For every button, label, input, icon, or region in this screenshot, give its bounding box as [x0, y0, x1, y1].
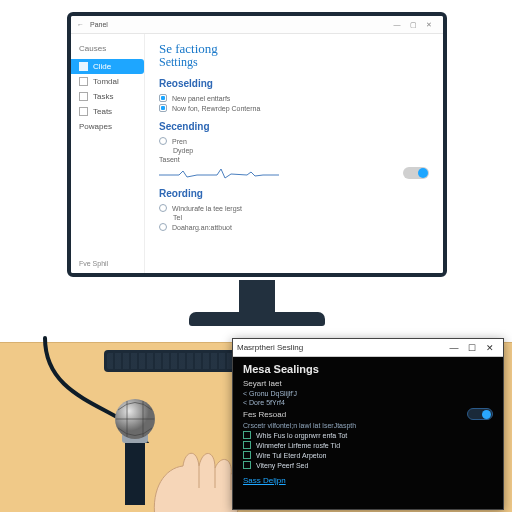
- sidebar: Causes Clide Tomdal Tasks Teats Powapes: [71, 34, 145, 273]
- dialog-maximize-button[interactable]: ☐: [463, 343, 481, 353]
- monitor: ← Panel — ▢ ✕ Causes Clide Tomdal Tasks …: [67, 12, 447, 312]
- page-title-a: Se factiong: [159, 42, 429, 55]
- checkbox-icon[interactable]: [243, 461, 251, 469]
- level-wave: [159, 166, 279, 180]
- sidebar-item-1[interactable]: Tomdal: [71, 74, 144, 89]
- dialog-title: Masrptheri Sesling: [237, 343, 303, 352]
- section-3-heading: Reording: [159, 188, 429, 199]
- section1-opt1[interactable]: New panel enttarfs: [159, 93, 429, 103]
- section3-opt2[interactable]: Doaharg.an:attbuot: [159, 222, 429, 232]
- maximize-button[interactable]: ▢: [405, 21, 421, 29]
- dialog-check-4[interactable]: Viteny Peerf Sed: [243, 460, 493, 470]
- sidebar-item-4[interactable]: Powapes: [71, 119, 144, 134]
- dialog-check-1[interactable]: Whis Fus lo orgprwrr enfa Tot: [243, 430, 493, 440]
- dialog-group2-header: Fes Resoad: [243, 407, 493, 421]
- square-icon: [79, 62, 88, 71]
- section-1-heading: Reoselding: [159, 78, 429, 89]
- checkbox-icon[interactable]: [243, 441, 251, 449]
- sidebar-item-0[interactable]: Clide: [71, 59, 144, 74]
- svg-rect-0: [125, 435, 145, 505]
- content-footer: Fve Sphil: [79, 260, 108, 267]
- radio-icon[interactable]: [159, 137, 167, 145]
- page-title-b: Settings: [159, 55, 429, 70]
- section-2-heading: Secending: [159, 121, 429, 132]
- grid-icon: [79, 92, 88, 101]
- monitor-stand-neck: [239, 280, 275, 316]
- checkbox-icon[interactable]: [243, 451, 251, 459]
- dialog-window: Masrptheri Sesling — ☐ ✕ Mesa Sealings S…: [232, 338, 504, 510]
- close-button[interactable]: ✕: [421, 21, 437, 29]
- sidebar-item-2[interactable]: Tasks: [71, 89, 144, 104]
- section1-opt2[interactable]: Now fon, Rewrdep Conterna: [159, 103, 429, 113]
- dialog-toggle[interactable]: [467, 408, 493, 420]
- dialog-heading: Mesa Sealings: [243, 363, 493, 375]
- screen: ← Panel — ▢ ✕ Causes Clide Tomdal Tasks …: [67, 12, 447, 277]
- monitor-stand-base: [189, 312, 325, 326]
- content-pane: Se factiong Settings Reoselding New pane…: [145, 34, 443, 273]
- level-toggle[interactable]: [403, 167, 429, 179]
- dialog-check-3[interactable]: Wire Tul Eterd Arpeton: [243, 450, 493, 460]
- window-titlebar: ← Panel — ▢ ✕: [71, 16, 443, 34]
- window-title: Panel: [90, 21, 108, 28]
- minimize-button[interactable]: —: [389, 21, 405, 28]
- dialog-group1-line1[interactable]: < Gronu DqSlijlf'J: [243, 389, 493, 398]
- radio-icon[interactable]: [159, 223, 167, 231]
- level-label: Tasent: [159, 155, 429, 164]
- section3-opt1b: Tel: [159, 213, 429, 222]
- dialog-link[interactable]: Sass Deljpn: [243, 476, 493, 485]
- checkbox-icon[interactable]: [243, 431, 251, 439]
- square-icon: [79, 77, 88, 86]
- dialog-check-2[interactable]: Winmefer Lirfeme rosfe Tid: [243, 440, 493, 450]
- dialog-toggle-desc: Crscetr vilfontel;n lawl lat lserJtaspth: [243, 421, 493, 430]
- sidebar-item-3[interactable]: Teats: [71, 104, 144, 119]
- radio-icon[interactable]: [159, 204, 167, 212]
- dialog-group1-label: Seyart Iaet: [243, 379, 493, 388]
- dialog-minimize-button[interactable]: —: [445, 343, 463, 353]
- dialog-titlebar: Masrptheri Sesling — ☐ ✕: [233, 339, 503, 357]
- sidebar-heading: Causes: [71, 44, 144, 59]
- section3-opt1[interactable]: Windurafe la tee lergst: [159, 203, 429, 213]
- checkbox-icon[interactable]: [159, 104, 167, 112]
- checkbox-icon[interactable]: [159, 94, 167, 102]
- dialog-group1-line2[interactable]: < Dore 5fYrf4: [243, 398, 493, 407]
- back-icon[interactable]: ←: [77, 21, 84, 28]
- list-icon: [79, 107, 88, 116]
- section2-radio-sub: Dydep: [159, 146, 429, 155]
- section2-radio[interactable]: Pren: [159, 136, 429, 146]
- dialog-close-button[interactable]: ✕: [481, 343, 499, 353]
